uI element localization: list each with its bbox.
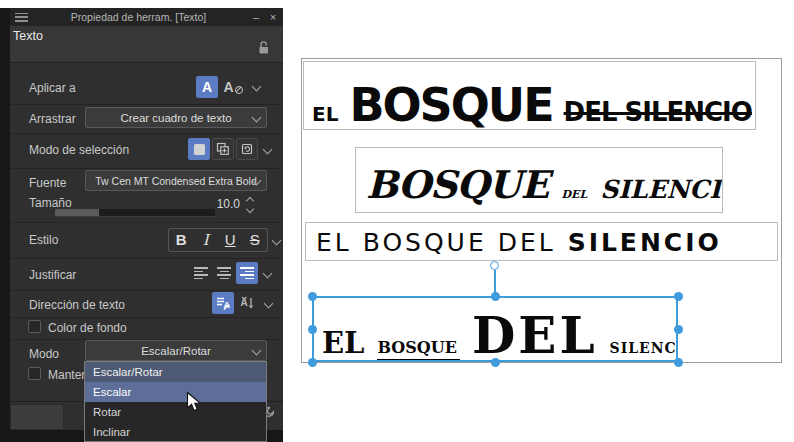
footer-bar [10,404,64,430]
stepper-down-icon[interactable] [246,205,254,213]
mode-label: Modo [29,347,59,361]
align-center-icon [217,267,231,279]
mode-option-inclinar[interactable]: Inclinar [85,422,266,442]
size-stepper[interactable] [247,198,253,212]
lock-icon[interactable] [256,40,271,59]
drag-dropdown[interactable]: Crear cuadro de texto [85,107,267,128]
add-selection-icon [215,141,231,157]
selection-mode-label: Modo de selección [29,143,129,157]
drag-label: Arrastrar [29,112,76,126]
panel-titlebar: Propiedad de herram. [Texto] – × [10,8,283,26]
letter-a-slash-icon: A [223,79,233,95]
strikethrough-button[interactable]: S [243,229,268,251]
sample2-word-bosque: BOSQUE [366,162,549,207]
text-sample-2[interactable]: EL BOSQUE DEL SILENCIO [355,147,723,213]
mode-option-escalar[interactable]: Escalar [85,382,266,402]
tool-section-header: Texto [10,26,283,63]
drag-dropdown-chevron-icon [252,113,262,123]
text-direction-chevron-icon[interactable] [264,299,274,309]
letter-a-icon: A [202,79,212,95]
font-dropdown[interactable]: Tw Cen MT Condensed Extra Bold [85,170,267,191]
selection-handle-top-right[interactable] [674,292,683,301]
horizontal-text-icon: A [215,295,231,311]
svg-text:A: A [241,297,248,308]
text-sample-4-selected[interactable]: EL BOSQUE DEL SILENCIO [312,296,678,362]
selection-mode-chevron-icon[interactable] [263,145,273,155]
justify-chevron-icon[interactable] [263,269,273,279]
apply-to-none-button[interactable]: A [222,76,244,98]
selection-handle-bottom-center[interactable] [491,358,500,367]
apply-to-text-button[interactable]: A [196,76,218,98]
apply-to-chevron-icon[interactable] [252,82,262,92]
sample4-word-del: DEL [472,306,598,362]
selection-mode-replace-button[interactable] [236,138,258,160]
selection-mode-add-button[interactable] [212,138,234,160]
sample2-word-silencio: SILENCIO [600,175,723,204]
close-button[interactable]: × [266,8,280,26]
panel-edge-strip [0,8,10,442]
size-slider[interactable] [55,209,215,217]
size-slider-fill [55,209,99,216]
italic-button[interactable]: I [194,229,219,251]
minimize-button[interactable]: – [249,8,263,26]
size-label: Tamaño [29,196,72,210]
mode-dropdown-list: Escalar/Rotar Escalar Rotar Inclinar [84,361,267,442]
style-button-group: B I U S [168,228,268,252]
horizontal-text-button[interactable]: A [212,292,234,314]
text-sample-3[interactable]: EL BOSQUE DEL SILENCIO [305,222,778,261]
bold-button[interactable]: B [169,229,194,251]
justify-left-button[interactable] [190,262,212,284]
sample4-word-silencio: SILENCIO [610,340,678,356]
font-dropdown-value: Tw Cen MT Condensed Extra Bold [95,175,256,187]
mouse-cursor-icon [186,391,203,418]
selection-handle-top-left[interactable] [308,292,317,301]
sample4-word-el: EL [322,326,365,360]
sample1-word-del-silencio-struck: DEL SILENCIO [564,97,752,127]
sample2-word-del: DEL [561,188,587,201]
style-label: Estilo [29,233,58,247]
mode-option-escalar-rotar[interactable]: Escalar/Rotar [85,362,266,382]
sample1-word-el: EL [312,102,338,126]
selection-handle-bottom-right[interactable] [674,358,683,367]
sample3-word-silencio: SILENCIO [568,228,722,257]
text-sample-1[interactable]: EL BOSQUE DEL SILENCIO [303,61,756,130]
keep-aspect-label: Manter [48,368,85,382]
sample3-word-lead: EL BOSQUE DEL [316,228,556,257]
apply-to-label: Aplicar a [29,81,76,95]
panel-menu-icon[interactable] [15,13,28,22]
style-chevron-icon[interactable] [272,236,282,246]
square-icon [194,144,205,155]
slash-circle-icon [235,86,243,94]
background-color-checkbox[interactable] [28,320,41,333]
mode-dropdown-value: Escalar/Rotar [141,345,211,357]
font-label: Fuente [29,176,66,190]
selection-handle-mid-right[interactable] [674,325,683,334]
mode-option-rotar[interactable]: Rotar [85,402,266,422]
align-left-icon [194,267,208,279]
selection-mode-new-button[interactable] [188,138,210,160]
mode-dropdown[interactable]: Escalar/Rotar [85,340,267,361]
sample1-word-bosque: BOSQUE [349,78,552,130]
align-right-icon [240,267,254,279]
justify-label: Justificar [29,268,76,282]
tool-section-title: Texto [13,29,43,43]
selection-handle-top-center[interactable] [491,292,500,301]
text-direction-label: Dirección de texto [29,298,125,312]
underline-button[interactable]: U [218,229,243,251]
rotation-handle[interactable] [490,261,499,270]
panel-title: Propiedad de herram. [Texto] [28,11,249,23]
keep-aspect-checkbox[interactable] [28,367,41,380]
vertical-text-icon: A [239,295,255,311]
justify-center-button[interactable] [213,262,235,284]
vertical-text-button[interactable]: A [236,292,258,314]
selection-handle-mid-left[interactable] [308,325,317,334]
drag-dropdown-value: Crear cuadro de texto [120,112,231,124]
justify-right-button[interactable] [236,262,258,284]
sample4-word-bosque-underlined: BOSQUE [377,338,460,362]
app-root: EL BOSQUE DEL SILENCIO EL BOSQUE DEL SIL… [0,0,794,442]
background-color-label: Color de fondo [48,321,127,335]
mode-dropdown-chevron-icon [252,346,262,356]
replace-selection-icon [239,141,255,157]
selection-handle-bottom-left[interactable] [308,358,317,367]
